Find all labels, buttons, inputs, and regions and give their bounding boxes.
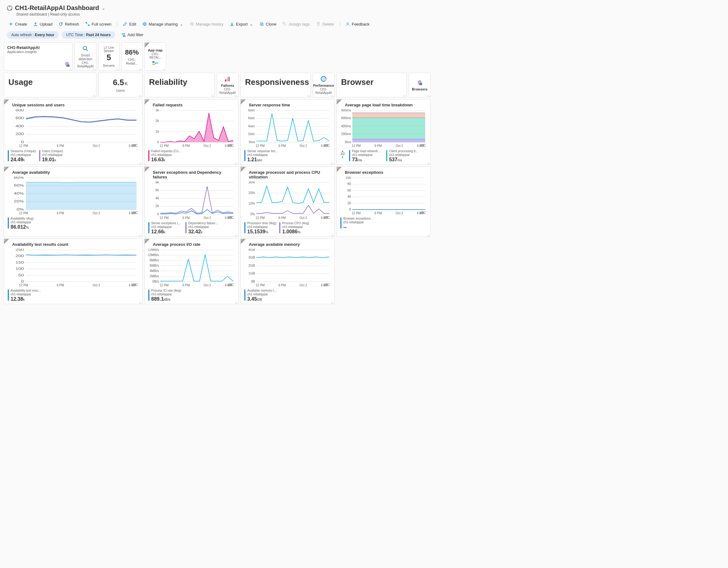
browser-category-tile[interactable]: Browser <box>336 73 407 97</box>
legend-item[interactable]: Process CPU (Avg)ch1-retailappai 1.0086% <box>279 221 309 234</box>
feedback-button[interactable]: Feedback <box>343 21 372 28</box>
legend-item[interactable]: Users (Unique)ch1-retailappai 19.01k <box>39 149 64 162</box>
svg-text:1k: 1k <box>156 130 159 133</box>
manage-sharing-button[interactable]: Manage sharing⌄ <box>140 20 186 28</box>
delete-button: Delete <box>314 21 337 28</box>
failures-tile[interactable]: Failures CH1-RetailAppAI <box>217 73 239 97</box>
availability-tests-chart-tile[interactable]: Availability test results count050100150… <box>4 238 142 304</box>
filter-corner-icon <box>337 99 342 104</box>
svg-rect-70 <box>352 113 425 118</box>
browser-exceptions-chart-tile[interactable]: Browser exceptions02040608010012 PM6 PMO… <box>336 166 431 237</box>
memory-chart-tile[interactable]: Average available memory0B1GB2GB3GB4GB12… <box>240 238 335 304</box>
svg-text:200: 200 <box>16 132 24 136</box>
filter-corner-icon <box>4 99 9 104</box>
svg-text:3k: 3k <box>156 109 159 112</box>
clone-icon <box>259 22 264 26</box>
svg-rect-18 <box>152 64 154 65</box>
svg-text:1GB: 1GB <box>248 272 255 275</box>
svg-text:2GB: 2GB <box>248 264 255 267</box>
smart-detection-tile[interactable]: Smart detection CH1-RetailAppAI <box>75 42 96 71</box>
page-load-chart-tile[interactable]: Average page load time breakdown0ms200ms… <box>336 99 431 165</box>
performance-tile[interactable]: Performance CH1-RetailAppAI <box>313 73 335 97</box>
legend-item[interactable]: Available memory (Avg)ch1-retailappai 3.… <box>244 289 278 302</box>
legend-pager[interactable]: ▴1/2▾ <box>340 149 345 162</box>
sessions-chart-tile[interactable]: Unique sessions and users020040060080012… <box>4 99 142 165</box>
svg-text:200: 200 <box>16 254 24 257</box>
pencil-icon <box>123 22 127 26</box>
filter-corner-icon <box>241 167 246 172</box>
person-icon <box>345 22 350 26</box>
magnifier-icon <box>82 45 89 52</box>
assign-tags-button: Assign tags <box>280 21 312 28</box>
upload-button[interactable]: Upload <box>31 21 55 28</box>
legend-item[interactable]: Dependency failures ...ch1-retailappai 3… <box>186 221 219 234</box>
toolbar: Create Upload Refresh Full screen Edit M… <box>3 18 725 30</box>
responsiveness-category-tile[interactable]: Responsiveness <box>240 73 311 97</box>
legend-item[interactable]: Process IO rate (Avg)ch1-retailappai 889… <box>148 289 181 302</box>
svg-text:0%: 0% <box>250 212 255 215</box>
response-time-chart-tile[interactable]: Server response time0ms2sec4sec6sec8sec1… <box>240 99 335 165</box>
browsers-tile[interactable]: Browsers <box>409 73 431 97</box>
reliability-category-tile[interactable]: Reliability <box>144 73 215 97</box>
chart-title: Average available memory <box>244 242 330 247</box>
time-range-pill[interactable]: UTC Time : Past 24 hours <box>62 31 115 39</box>
app-map-tile[interactable]: App map CH1-RETAI... <box>144 42 166 71</box>
legend-item[interactable]: Sessions (Unique)ch1-retailappai 24.49k <box>8 149 36 162</box>
download-icon <box>230 22 234 26</box>
svg-text:3GB: 3GB <box>248 256 255 259</box>
refresh-button[interactable]: Refresh <box>56 21 82 28</box>
svg-text:0ms: 0ms <box>345 140 351 143</box>
clone-button[interactable]: Clone <box>257 21 279 28</box>
chevron-down-icon[interactable]: ⌄ <box>102 6 105 11</box>
tag-icon <box>282 22 287 26</box>
users-tile[interactable]: 6.5K Users <box>98 73 142 97</box>
auto-refresh-pill[interactable]: Auto refresh : Every hour <box>7 31 59 39</box>
legend-item[interactable]: Availability (Avg)ch1-retailappai 86.012… <box>8 217 34 230</box>
add-filter-button[interactable]: Add filter <box>118 31 147 39</box>
dashboard-icon <box>7 5 12 11</box>
edit-button[interactable]: Edit <box>120 21 138 28</box>
svg-text:800ms: 800ms <box>341 109 351 112</box>
svg-text:20: 20 <box>347 201 351 205</box>
plus-icon <box>9 22 13 26</box>
svg-text:2MB/s: 2MB/s <box>150 274 159 278</box>
svg-text:6sec: 6sec <box>248 117 255 120</box>
svg-text:2sec: 2sec <box>248 132 255 136</box>
svg-text:8sec: 8sec <box>248 109 255 112</box>
failed-requests-chart-tile[interactable]: Failed requests01k2k3k12 PM6 PMOct 26 AM… <box>144 99 239 165</box>
legend-item[interactable]: Server response time (Avg)ch1-retailappa… <box>244 149 278 162</box>
io-rate-chart-tile[interactable]: Average process I/O rate0B/s2MB/s4MB/s6M… <box>144 238 239 304</box>
chart-title: Average process I/O rate <box>148 242 234 247</box>
svg-text:800: 800 <box>16 109 24 112</box>
svg-text:80: 80 <box>347 182 351 186</box>
svg-text:6MB/s: 6MB/s <box>150 264 159 267</box>
svg-text:0: 0 <box>21 280 24 283</box>
percent-tile[interactable]: 86% CH1-Retail... <box>121 42 142 71</box>
cpu-chart-tile[interactable]: Average processor and process CPU utiliz… <box>240 166 335 237</box>
create-button[interactable]: Create <box>6 21 30 28</box>
legend-item[interactable]: Processor time (Avg)ch1-retailappai 15.1… <box>244 221 276 234</box>
legend-item[interactable]: Failed requests (Count)ch1-retailappai 1… <box>148 149 182 162</box>
live-stream-tile[interactable]: 📈 Live Stream 5 Servers <box>98 42 119 71</box>
filter-corner-icon <box>4 167 9 172</box>
svg-text:4sec: 4sec <box>248 124 255 128</box>
chart-title: Average page load time breakdown <box>340 103 427 107</box>
app-insights-tile[interactable]: CH1-RetailAppAI Application Insights <box>4 42 73 71</box>
legend-item[interactable]: Browser exceptions (Count)ch1-retailappa… <box>340 217 374 230</box>
usage-category-tile[interactable]: Usage <box>4 73 96 97</box>
svg-text:20%: 20% <box>248 191 255 195</box>
svg-text:250: 250 <box>16 248 24 251</box>
svg-rect-20 <box>225 79 226 81</box>
legend-item[interactable]: Client processing ti...ch1-retailappai 5… <box>386 149 418 162</box>
export-button[interactable]: Export⌄ <box>227 20 256 28</box>
availability-chart-tile[interactable]: Average availability0%20%40%60%80%12 PM6… <box>4 166 142 237</box>
legend-item[interactable]: Server exceptions (C...ch1-retailappai 1… <box>148 221 182 234</box>
svg-text:60: 60 <box>347 189 351 192</box>
svg-point-15 <box>84 47 84 47</box>
exceptions-chart-tile[interactable]: Server exceptions and Dependency failure… <box>144 166 239 237</box>
svg-text:40: 40 <box>347 195 351 198</box>
legend-item[interactable]: Availability test results count (Count)c… <box>8 289 42 302</box>
chart-title: Availability test results count <box>8 242 138 247</box>
legend-item[interactable]: Page load network co...ch1-retailappai 7… <box>349 149 383 162</box>
fullscreen-button[interactable]: Full screen <box>83 21 114 28</box>
